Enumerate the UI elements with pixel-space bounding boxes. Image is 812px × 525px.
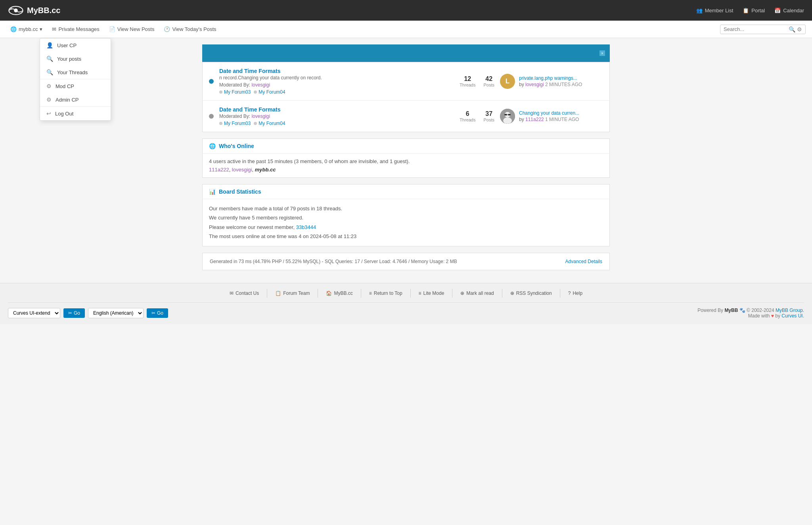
- board-stats-widget: 📊 Board Statistics Our members have made…: [202, 184, 610, 246]
- search-input[interactable]: [724, 26, 787, 32]
- footer-contact-us[interactable]: ✉ Contact Us: [222, 289, 267, 298]
- forum-status-offline: [209, 114, 214, 119]
- footer-rss[interactable]: ⊕ RSS Syndication: [502, 289, 560, 298]
- language-go-button[interactable]: ✂ Go: [147, 308, 168, 318]
- sub-forum-tag: My Forum03: [219, 121, 251, 126]
- stats-line-4: The most users online at one time was 4 …: [209, 233, 356, 239]
- online-user-111a222[interactable]: 111a222: [209, 167, 229, 173]
- threads-count-2: 6: [466, 110, 469, 117]
- sub-forum-link-2[interactable]: My Forum04: [259, 89, 285, 95]
- sub-forum-tag: My Forum04: [254, 121, 285, 126]
- sub-dot: [219, 122, 222, 125]
- site-dropdown-link[interactable]: 🌐 mybb.cc ▾: [6, 25, 46, 34]
- theme-go-button[interactable]: ✂ Go: [63, 308, 85, 318]
- footer-help[interactable]: ? Help: [560, 289, 590, 298]
- doc-icon: 📄: [109, 26, 115, 32]
- language-select[interactable]: English (American) English (UK): [88, 308, 144, 318]
- online-user-lovesgigi[interactable]: lovesgigi: [232, 167, 252, 173]
- calendar-icon: 📅: [774, 8, 781, 13]
- mybb-link[interactable]: MyBB: [724, 308, 738, 313]
- forum-mod-1: Moderated By: lovesgigi: [219, 82, 454, 88]
- sub-forum-tags-2: My Forum03 My Forum04: [219, 121, 454, 126]
- last-post-avatar-2: [500, 109, 515, 124]
- view-todays-posts-link[interactable]: 🕐 View Today's Posts: [160, 25, 220, 34]
- footer-lite-mode[interactable]: ≡ Lite Mode: [411, 289, 453, 298]
- lite-label: Lite Mode: [423, 290, 444, 296]
- top-nav: MyBB.cc 👥 Member List 📋 Portal 📅 Calenda…: [0, 0, 812, 21]
- member-list-link[interactable]: 👥 Member List: [696, 8, 733, 13]
- forum-title-2[interactable]: Date and Time Formats: [219, 106, 454, 113]
- banner-close-button[interactable]: ×: [599, 50, 605, 56]
- contact-icon: ✉: [230, 290, 234, 296]
- logo-text: MyBB.cc: [27, 6, 60, 15]
- sub-forum-link-3[interactable]: My Forum03: [224, 121, 251, 126]
- site-logo[interactable]: MyBB.cc: [8, 5, 60, 16]
- calendar-link[interactable]: 📅 Calendar: [774, 8, 804, 13]
- contact-label: Contact Us: [236, 290, 259, 296]
- board-stats-text: Our members have made a total of 79 post…: [209, 204, 603, 241]
- last-post-meta-2: by 111a222 1 MINUTE AGO: [519, 117, 579, 122]
- mod-cp-label: Mod CP: [56, 83, 74, 89]
- mybb-group-link[interactable]: MyBB Group.: [776, 308, 804, 313]
- footer-forum-team[interactable]: 📋 Forum Team: [267, 289, 318, 298]
- last-post-meta-1: by lovesgigi 2 MINUTES AGO: [519, 82, 582, 87]
- sub-forum-tag: My Forum04: [254, 89, 285, 95]
- forum-desc-1: n record.Changing your data currently on…: [219, 75, 454, 81]
- mybbcc-label: MyBB.cc: [334, 290, 352, 296]
- curves-link[interactable]: Curves UI.: [781, 313, 804, 319]
- rss-icon: ⊕: [510, 290, 514, 296]
- dropdown-your-threads[interactable]: 🔍 Your Threads: [40, 65, 111, 79]
- mybb-name: MyBB: [724, 308, 738, 313]
- last-post-title-2[interactable]: Changing your data curren...: [519, 110, 579, 116]
- portal-icon: 📋: [743, 8, 749, 13]
- last-post-author-2[interactable]: 111a222: [525, 117, 544, 122]
- private-messages-label: Private Messages: [58, 26, 99, 32]
- your-posts-icon: 🔍: [46, 56, 53, 62]
- team-label: Forum Team: [283, 290, 310, 296]
- help-label: Help: [573, 290, 582, 296]
- forum-info-2: Date and Time Formats Moderated By: love…: [219, 106, 454, 126]
- mark-icon: ⊕: [460, 290, 464, 296]
- footer-mybbcc[interactable]: 🏠 MyBB.cc: [318, 289, 361, 298]
- sub-forum-link-1[interactable]: My Forum03: [224, 89, 251, 95]
- sub-dot: [254, 122, 257, 125]
- powered-by-text: Powered By: [697, 308, 723, 313]
- view-new-posts-link[interactable]: 📄 View New Posts: [105, 25, 159, 34]
- theme-select[interactable]: Curves UI-extend Default: [8, 308, 60, 318]
- globe-widget-icon: 🌐: [209, 143, 216, 149]
- gen-text: Generated in 73 ms (44.78% PHP / 55.22% …: [210, 259, 457, 264]
- logout-label: Log Out: [55, 111, 73, 117]
- lite-icon: ≡: [419, 290, 421, 296]
- online-user-mybbcc[interactable]: mybb.cc: [255, 167, 276, 173]
- search-settings-icon[interactable]: ⚙: [797, 26, 802, 33]
- dropdown-admin-cp[interactable]: ⚙ Admin CP: [40, 93, 111, 106]
- private-messages-link[interactable]: ✉ Private Messages: [48, 25, 103, 34]
- moderator-link-2[interactable]: lovesgigi: [251, 113, 270, 119]
- footer-mark-all-read[interactable]: ⊕ Mark all read: [452, 289, 502, 298]
- advanced-details-link[interactable]: Advanced Details: [565, 259, 602, 264]
- footer-return-to-top[interactable]: ≡ Return to Top: [361, 289, 411, 298]
- dropdown-log-out[interactable]: ↩ Log Out: [40, 107, 111, 120]
- last-post-title-1[interactable]: private.lang.php warnings...: [519, 75, 577, 81]
- view-todays-posts-label: View Today's Posts: [172, 26, 216, 32]
- chevron-down-icon: ▾: [40, 26, 42, 32]
- last-post-author-1[interactable]: lovesgigi: [525, 82, 544, 87]
- moderator-link-1[interactable]: lovesgigi: [251, 82, 270, 88]
- stats-icon: 📊: [209, 188, 216, 195]
- sub-forum-link-4[interactable]: My Forum04: [259, 121, 285, 126]
- dropdown-user-cp[interactable]: 👤 User CP: [40, 38, 111, 52]
- dropdown-mod-cp[interactable]: ⚙ Mod CP: [40, 79, 111, 93]
- return-icon: ≡: [369, 290, 372, 296]
- newest-member-link[interactable]: 33b3444: [296, 224, 316, 230]
- site-name: mybb.cc: [19, 26, 38, 32]
- portal-link[interactable]: 📋 Portal: [743, 8, 765, 13]
- forum-stats-2: 6 Threads 37 Posts: [460, 110, 494, 122]
- close-icon: ×: [601, 51, 603, 56]
- footer-powered: Powered By MyBB 🐾 © 2002-2024 MyBB Group…: [697, 308, 804, 319]
- search-icon[interactable]: 🔍: [789, 26, 795, 33]
- svg-rect-6: [504, 114, 507, 115]
- copyright-text: © 2002-2024: [747, 308, 774, 313]
- logout-icon: ↩: [46, 110, 51, 117]
- forum-title-1[interactable]: Date and Time Formats: [219, 68, 454, 74]
- dropdown-your-posts[interactable]: 🔍 Your posts: [40, 52, 111, 65]
